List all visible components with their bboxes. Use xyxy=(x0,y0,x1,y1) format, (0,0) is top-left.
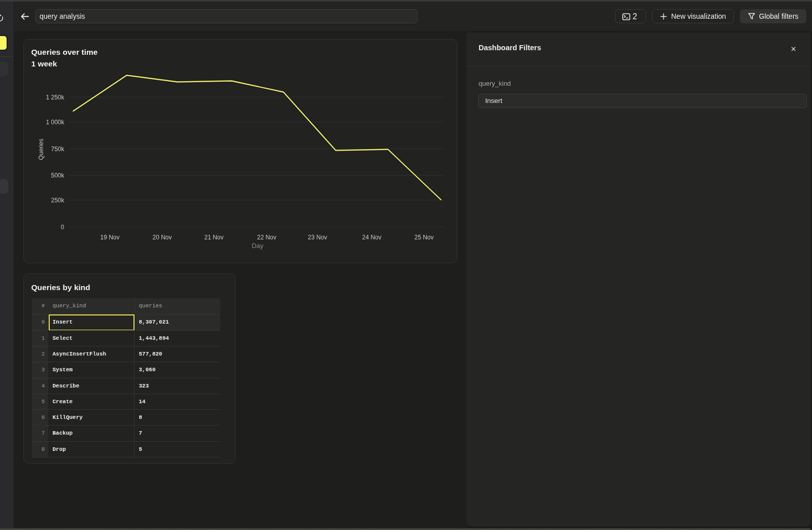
svg-text:25 Nov: 25 Nov xyxy=(414,233,433,240)
svg-text:750k: 750k xyxy=(51,145,64,152)
svg-text:1 250k: 1 250k xyxy=(46,93,64,100)
svg-text:20 Nov: 20 Nov xyxy=(152,233,172,240)
svg-text:24 Nov: 24 Nov xyxy=(362,233,381,240)
svg-text:Queries: Queries xyxy=(38,138,45,160)
svg-text:22 Nov: 22 Nov xyxy=(257,233,276,240)
svg-text:0: 0 xyxy=(60,223,64,230)
svg-text:1 000k: 1 000k xyxy=(46,118,64,125)
svg-text:19 Nov: 19 Nov xyxy=(100,233,119,240)
svg-text:23 Nov: 23 Nov xyxy=(308,233,327,240)
svg-text:21 Nov: 21 Nov xyxy=(204,233,223,240)
svg-text:500k: 500k xyxy=(51,171,64,179)
svg-text:250k: 250k xyxy=(51,196,64,203)
svg-text:Day: Day xyxy=(251,242,263,250)
